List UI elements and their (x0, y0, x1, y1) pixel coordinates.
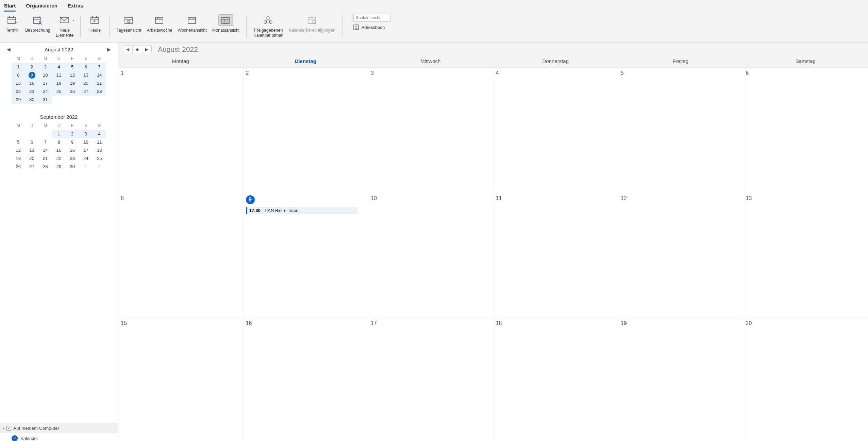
mini-day-cell[interactable]: 22 (12, 87, 25, 96)
day-cell[interactable]: 1 (118, 68, 243, 193)
mini-day-cell[interactable]: 6 (79, 63, 93, 71)
mini-day-cell[interactable]: 24 (79, 154, 93, 163)
mini-day-cell[interactable]: 6 (25, 138, 39, 146)
mini-day-cell[interactable]: 31 (38, 96, 52, 104)
mini-day-cell[interactable]: 14 (38, 146, 52, 154)
mini-day-cell[interactable]: 13 (25, 146, 39, 154)
mini-day-cell[interactable] (38, 130, 52, 138)
new-appointment-button[interactable]: Termin (2, 14, 22, 34)
mini-day-cell[interactable] (66, 96, 79, 104)
mini-day-cell[interactable]: 1 (12, 63, 25, 71)
tab-start[interactable]: Start (4, 3, 16, 12)
new-meeting-button[interactable]: Besprechung (22, 14, 53, 34)
mini-day-cell[interactable]: 10 (79, 138, 93, 146)
mini-day-cell[interactable]: 28 (38, 163, 52, 171)
prev-month-button[interactable]: ◀ (123, 46, 132, 53)
mini-day-cell[interactable]: 9 (25, 71, 39, 79)
mini-day-cell[interactable]: 16 (66, 146, 79, 154)
mini-day-cell[interactable]: 12 (12, 146, 25, 154)
mini-day-cell[interactable]: 8 (12, 71, 25, 79)
day-cell[interactable]: 13 (743, 193, 868, 318)
day-cell[interactable]: 19 (618, 318, 743, 441)
mini-day-cell[interactable]: 2 (25, 63, 39, 71)
mini-day-cell[interactable]: 1 (79, 163, 93, 171)
mini-day-cell[interactable]: 20 (79, 79, 93, 87)
mini-day-cell[interactable]: 12 (66, 71, 79, 79)
mini-day-cell[interactable]: 30 (25, 96, 39, 104)
mini-day-cell[interactable]: 8 (52, 138, 66, 146)
calendar-group-my-computer[interactable]: ▾ ✓ Auf meinem Computer (0, 423, 118, 433)
mini-day-cell[interactable] (12, 130, 25, 138)
month-view-button[interactable]: Monatsansicht (210, 14, 243, 34)
mini-day-cell[interactable]: 4 (93, 130, 106, 138)
today-pill-button[interactable]: ◆ (132, 46, 142, 53)
mini-day-cell[interactable]: 16 (25, 79, 39, 87)
today-button[interactable]: Heute (85, 14, 105, 34)
day-cell[interactable]: 4 (493, 68, 618, 193)
day-cell[interactable]: 8 (118, 193, 243, 318)
mini-day-cell[interactable]: 18 (93, 146, 106, 154)
mini-day-cell[interactable]: 30 (66, 163, 79, 171)
mini-day-cell[interactable]: 5 (12, 138, 25, 146)
mini-day-cell[interactable]: 17 (38, 79, 52, 87)
mini-next-month[interactable]: ▶ (105, 46, 113, 53)
mini-day-cell[interactable]: 15 (52, 146, 66, 154)
day-cell[interactable]: 11 (493, 193, 618, 318)
workweek-view-button[interactable]: Arbeitswoche (144, 14, 175, 34)
mini-day-cell[interactable]: 3 (79, 130, 93, 138)
mini-day-cell[interactable] (79, 96, 93, 104)
mini-day-cell[interactable]: 23 (66, 154, 79, 163)
mini-day-cell[interactable] (93, 96, 106, 104)
day-view-button[interactable]: Tagesansicht (114, 14, 144, 34)
mini-day-cell[interactable]: 13 (79, 71, 93, 79)
mini-day-cell[interactable]: 20 (25, 154, 39, 163)
mini-day-cell[interactable]: 29 (12, 96, 25, 104)
mini-day-cell[interactable]: 4 (52, 63, 66, 71)
open-shared-calendar-button[interactable]: Freigegebenen Kalender öffnen (251, 14, 286, 39)
mini-day-cell[interactable]: 25 (93, 154, 106, 163)
day-cell[interactable]: 5 (618, 68, 743, 193)
contact-search-input[interactable] (353, 14, 391, 22)
mini-day-cell[interactable]: 11 (52, 71, 66, 79)
next-month-button[interactable]: ▶ (142, 46, 151, 53)
tab-extras[interactable]: Extras (68, 3, 83, 12)
mini-day-cell[interactable]: 19 (12, 154, 25, 163)
day-cell[interactable]: 20 (743, 318, 868, 441)
month-grid[interactable]: 1234568917:30TIAN Bistro Team10111213151… (118, 68, 868, 441)
mini-day-cell[interactable]: 19 (66, 79, 79, 87)
mini-day-cell[interactable]: 5 (66, 63, 79, 71)
mini-day-cell[interactable] (25, 130, 39, 138)
calendar-item-kalender[interactable]: ✓ Kalender (0, 433, 118, 441)
mini-day-cell[interactable]: 11 (93, 138, 106, 146)
mini-day-cell[interactable]: 28 (93, 87, 106, 96)
mini-day-cell[interactable]: 21 (93, 79, 106, 87)
mini-day-cell[interactable]: 2 (93, 163, 106, 171)
mini-day-cell[interactable]: 1 (52, 130, 66, 138)
day-cell[interactable]: 3 (368, 68, 493, 193)
mini-day-cell[interactable]: 26 (12, 163, 25, 171)
mini-day-cell[interactable]: 21 (38, 154, 52, 163)
mini-day-cell[interactable]: 29 (52, 163, 66, 171)
address-book-button[interactable]: Adressbuch (353, 24, 391, 30)
mini-day-cell[interactable]: 18 (52, 79, 66, 87)
mini-day-cell[interactable]: 14 (93, 71, 106, 79)
mini-day-cell[interactable] (52, 96, 66, 104)
mini-day-cell[interactable]: 27 (79, 87, 93, 96)
mini-day-cell[interactable]: 26 (66, 87, 79, 96)
day-cell[interactable]: 917:30TIAN Bistro Team (243, 193, 368, 318)
new-items-button[interactable]: ▾ Neue Elemente (53, 14, 77, 39)
mini-day-cell[interactable]: 7 (38, 138, 52, 146)
checkbox-icon[interactable]: ✓ (6, 426, 11, 431)
mini-day-cell[interactable]: 17 (79, 146, 93, 154)
mini-day-cell[interactable]: 27 (25, 163, 39, 171)
tab-organize[interactable]: Organisieren (26, 3, 57, 12)
mini-day-cell[interactable]: 9 (66, 138, 79, 146)
day-cell[interactable]: 6 (743, 68, 868, 193)
mini-day-cell[interactable]: 7 (93, 63, 106, 71)
mini-day-cell[interactable]: 24 (38, 87, 52, 96)
day-cell[interactable]: 10 (368, 193, 493, 318)
mini-prev-month[interactable]: ◀ (5, 46, 13, 53)
day-cell[interactable]: 16 (243, 318, 368, 441)
week-view-button[interactable]: Wochenansicht (175, 14, 210, 34)
mini-day-cell[interactable]: 23 (25, 87, 39, 96)
